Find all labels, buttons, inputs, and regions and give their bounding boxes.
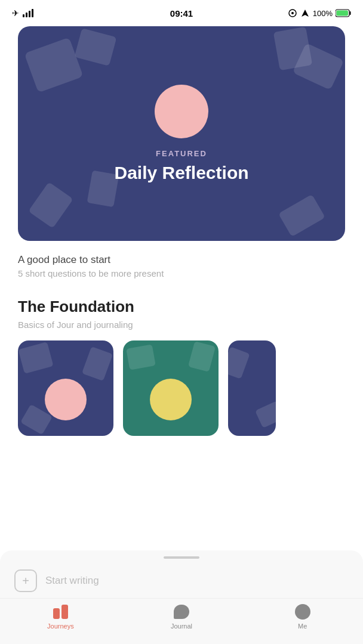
journey-card-1[interactable]	[18, 340, 113, 436]
svg-rect-4	[350, 11, 351, 15]
journal-tab-label: Journal	[171, 623, 192, 630]
card2-shape-1	[126, 344, 156, 370]
signal-bars	[23, 9, 33, 17]
card1-circle	[45, 379, 87, 420]
featured-card[interactable]: FEATURED Daily Reflection	[18, 26, 345, 241]
card2-circle	[150, 379, 192, 420]
navigation-icon	[300, 8, 310, 18]
tab-journeys[interactable]: Journeys	[0, 603, 121, 630]
foundation-subheading: Basics of Jour and journaling	[18, 320, 345, 330]
battery-text: 100%	[313, 9, 333, 18]
status-bar: ✈ 09:41 100%	[0, 0, 363, 26]
svg-rect-5	[337, 11, 349, 16]
bg-shape-6	[278, 194, 325, 237]
journey-card-3[interactable]	[228, 340, 276, 436]
subtitle-main: A good place to start	[18, 254, 345, 266]
tab-bar: Journeys Journal Me	[0, 598, 363, 644]
journeys-icon-rect2	[61, 605, 68, 619]
foundation-heading: The Foundation	[18, 298, 345, 316]
battery-icon	[336, 9, 351, 17]
subtitle-sub: 5 short questions to be more present	[18, 268, 345, 278]
bg-shape-5	[28, 182, 73, 228]
journeys-icon-rect1	[53, 608, 60, 619]
featured-title: Daily Reflection	[114, 163, 248, 183]
add-icon-box[interactable]: +	[14, 569, 37, 592]
handle-pill	[164, 556, 199, 559]
card1-shape-2	[82, 346, 113, 381]
tab-journal[interactable]: Journal	[121, 603, 242, 630]
journal-icon	[174, 605, 189, 619]
me-tab-label: Me	[298, 623, 307, 630]
signal-bar-4	[32, 9, 33, 17]
journeys-icon	[53, 605, 68, 619]
main-content: FEATURED Daily Reflection A good place t…	[0, 26, 363, 436]
featured-label: FEATURED	[156, 149, 207, 158]
bottom-sheet-handle	[0, 550, 363, 561]
signal-bar-1	[23, 14, 24, 17]
bottom-sheet: + Start writing Journeys Journal	[0, 550, 363, 644]
subtitle-section: A good place to start 5 short questions …	[18, 254, 345, 278]
journey-card-2[interactable]	[123, 340, 219, 436]
cards-row	[0, 340, 363, 436]
status-right: 100%	[288, 8, 351, 18]
signal-bar-2	[26, 13, 27, 17]
journeys-tab-label: Journeys	[47, 623, 74, 630]
start-writing-text[interactable]: Start writing	[45, 575, 99, 587]
card3-shape-1	[228, 346, 250, 379]
me-icon	[295, 604, 310, 620]
svg-point-1	[291, 12, 294, 14]
featured-circle	[155, 85, 208, 138]
card2-shape-2	[188, 341, 216, 372]
card1-shape-1	[18, 342, 53, 374]
me-tab-icon	[294, 603, 311, 620]
location-icon	[288, 8, 297, 18]
card3-shape-2	[255, 401, 276, 428]
bg-shape-2	[75, 28, 117, 66]
start-writing-row[interactable]: + Start writing	[0, 561, 363, 598]
journal-tab-icon	[173, 603, 190, 620]
signal-bar-3	[29, 11, 30, 17]
plus-icon: +	[22, 575, 29, 587]
airplane-icon: ✈	[12, 8, 19, 18]
status-left: ✈	[12, 8, 33, 18]
tab-me[interactable]: Me	[242, 603, 363, 630]
journeys-tab-icon	[52, 603, 69, 620]
svg-marker-2	[302, 10, 309, 17]
bg-shape-1	[24, 37, 83, 92]
status-time: 09:41	[170, 8, 193, 18]
